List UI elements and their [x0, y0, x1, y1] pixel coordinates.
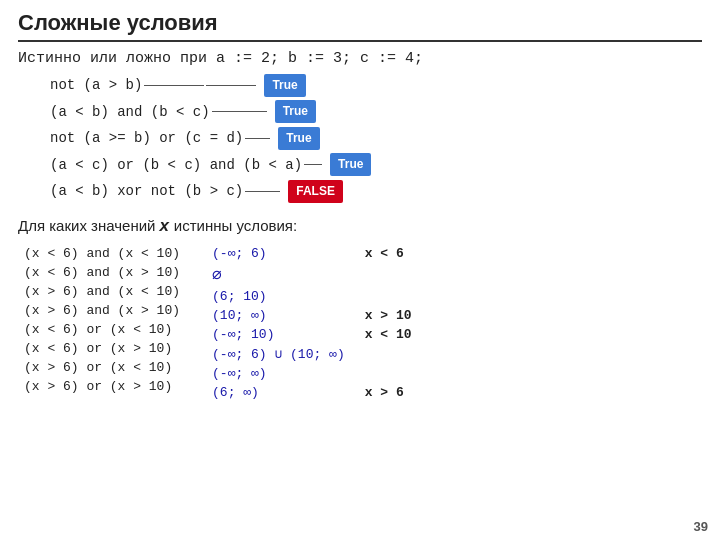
intro-label: Истинно или ложно при: [18, 50, 207, 67]
question-var: x: [160, 216, 174, 235]
question-prefix: Для каких значений: [18, 217, 155, 234]
condition-row-5: (a < b) xor not (b > c) FALSE: [50, 179, 702, 204]
table-row: (x < 6) and (x > 10): [18, 263, 186, 282]
page-title: Сложные условия: [18, 10, 702, 42]
cond-cell: (x < 6) or (x > 10): [18, 339, 186, 358]
right-table: (-∞; 6) x < 6 ∅ (6; 10) (10; ∞) x > 10: [202, 244, 702, 402]
section-top: Истинно или ложно при a := 2; b := 3; c …: [18, 50, 702, 204]
cond-cell: (x > 6) or (x < 10): [18, 358, 186, 377]
cond-cell: (x > 6) or (x > 10): [18, 377, 186, 396]
cond-result: [355, 263, 422, 287]
intro-line: Истинно или ложно при a := 2; b := 3; c …: [18, 50, 702, 67]
conditions-block: not (a > b) True (a < b) and (b < c) Tru…: [18, 73, 702, 204]
cond-cell: (x < 6) and (x < 10): [18, 244, 186, 263]
set-cell: (6; 10): [202, 287, 355, 306]
set-cell: (-∞; 6) ∪ (10; ∞): [202, 344, 355, 364]
set-cell: (6; ∞): [202, 383, 355, 402]
table-area: (x < 6) and (x < 10) (x < 6) and (x > 10…: [18, 244, 702, 402]
dash-5: [245, 191, 280, 192]
dash-1b: [206, 85, 256, 86]
set-cell: (-∞; 10): [202, 325, 355, 344]
cond-text-3: not (a >= b) or (c = d): [50, 126, 243, 151]
page: Сложные условия Истинно или ложно при a …: [0, 0, 720, 540]
set-cell: (10; ∞): [202, 306, 355, 325]
cond-result: [355, 344, 422, 364]
table-row: (6; ∞) x > 6: [202, 383, 421, 402]
table-row: (x > 6) or (x > 10): [18, 377, 186, 396]
cond-cell: (x < 6) or (x < 10): [18, 320, 186, 339]
table-row: (x > 6) and (x > 10): [18, 301, 186, 320]
cond-text-5: (a < b) xor not (b > c): [50, 179, 243, 204]
dash-4: [304, 164, 322, 165]
table-row: (-∞; 10) x < 10: [202, 325, 421, 344]
table-row: ∅: [202, 263, 421, 287]
section-question: Для каких значений x истинны условия:: [18, 216, 702, 236]
table-row: (x < 6) or (x < 10): [18, 320, 186, 339]
condition-row-3: not (a >= b) or (c = d) True: [50, 126, 702, 151]
table-row: (-∞; ∞): [202, 364, 421, 383]
cond-result: [355, 287, 422, 306]
cond-result: x > 6: [355, 383, 422, 402]
question-suffix: истинны условия:: [174, 217, 297, 234]
cond-text-1: not (a > b): [50, 73, 142, 98]
cond-text-4: (a < c) or (b < c) and (b < a): [50, 153, 302, 178]
dash-1: [144, 85, 204, 86]
cond-text-2: (a < b) and (b < c): [50, 100, 210, 125]
badge-3: True: [278, 127, 319, 150]
intro-vars: a := 2; b := 3; c := 4;: [216, 50, 423, 67]
cond-cell: (x > 6) and (x < 10): [18, 282, 186, 301]
set-cell: (-∞; 6): [202, 244, 355, 263]
results-table: (-∞; 6) x < 6 ∅ (6; 10) (10; ∞) x > 10: [202, 244, 421, 402]
cond-cell: (x < 6) and (x > 10): [18, 263, 186, 282]
table-row: (x > 6) and (x < 10): [18, 282, 186, 301]
left-table: (x < 6) and (x < 10) (x < 6) and (x > 10…: [18, 244, 186, 402]
cond-result: x > 10: [355, 306, 422, 325]
table-row: (x < 6) or (x > 10): [18, 339, 186, 358]
badge-1: True: [264, 74, 305, 97]
condition-row-2: (a < b) and (b < c) True: [50, 100, 702, 125]
table-row: (x > 6) or (x < 10): [18, 358, 186, 377]
badge-2: True: [275, 100, 316, 123]
table-row: (10; ∞) x > 10: [202, 306, 421, 325]
condition-row-4: (a < c) or (b < c) and (b < a) True: [50, 153, 702, 178]
page-number: 39: [694, 519, 708, 534]
cond-result: [355, 364, 422, 383]
table-row: (6; 10): [202, 287, 421, 306]
table-row: (-∞; 6) x < 6: [202, 244, 421, 263]
dash-2: [212, 111, 267, 112]
cond-result: x < 6: [355, 244, 422, 263]
badge-4: True: [330, 153, 371, 176]
cond-cell: (x > 6) and (x > 10): [18, 301, 186, 320]
conditions-table: (x < 6) and (x < 10) (x < 6) and (x > 10…: [18, 244, 186, 396]
set-cell: (-∞; ∞): [202, 364, 355, 383]
cond-result: x < 10: [355, 325, 422, 344]
table-row: (x < 6) and (x < 10): [18, 244, 186, 263]
badge-5: FALSE: [288, 180, 343, 203]
dash-3: [245, 138, 270, 139]
table-row: (-∞; 6) ∪ (10; ∞): [202, 344, 421, 364]
condition-row-1: not (a > b) True: [50, 73, 702, 98]
set-cell: ∅: [202, 263, 355, 287]
